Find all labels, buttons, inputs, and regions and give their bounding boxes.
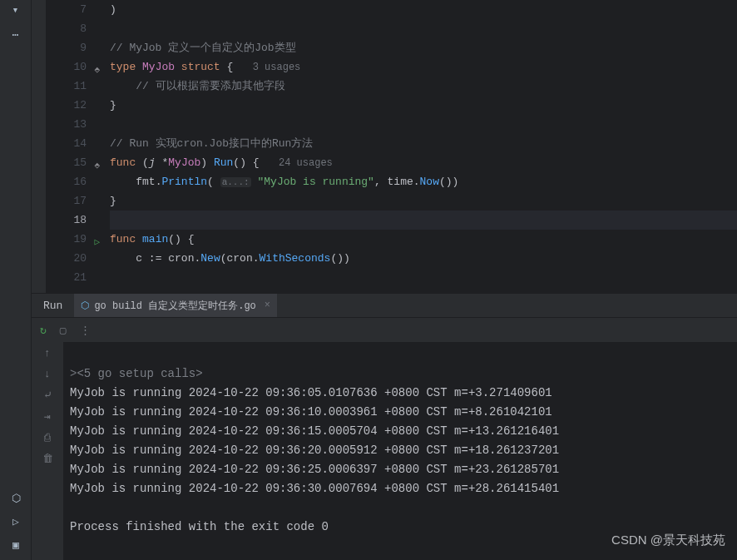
- more-icon[interactable]: ⋮: [80, 324, 91, 337]
- console-line: MyJob is running 2024-10-22 09:36:20.000…: [70, 444, 559, 457]
- run-content: ↑ ↓ ⤶ ⇥ ⎙ 🗑 ><5 go setup calls> MyJob is…: [32, 342, 737, 560]
- console-line: MyJob is running 2024-10-22 09:36:15.000…: [70, 424, 559, 438]
- left-bottom-toolbar: ⬡ ▷ ▣: [0, 492, 32, 560]
- code-comment: // MyJob 定义一个自定义的Job类型: [110, 42, 296, 54]
- console-line: MyJob is running 2024-10-22 09:36:30.000…: [70, 482, 559, 495]
- console-output[interactable]: ><5 go setup calls> MyJob is running 202…: [63, 342, 737, 560]
- setup-calls[interactable]: <5 go setup calls>: [77, 367, 202, 380]
- tool-window-bar: ▾ ⋯: [0, 0, 32, 560]
- console-line: MyJob is running 2024-10-22 09:36:25.000…: [70, 463, 559, 476]
- main-area: 7 8 9 10⬘ 11 12 13 14 15⬘ 16 17 18 19▷ 2…: [32, 0, 737, 560]
- collapse-icon[interactable]: ▾: [12, 3, 19, 17]
- usages-hint[interactable]: 3 usages: [253, 62, 301, 73]
- console-side-toolbar: ↑ ↓ ⤶ ⇥ ⎙ 🗑: [32, 342, 63, 560]
- down-icon[interactable]: ↓: [44, 368, 51, 380]
- rerun-icon[interactable]: ↻: [40, 324, 47, 337]
- usages-hint[interactable]: 24 usages: [279, 157, 333, 169]
- run-tool-window: Run ⬡ go build 自定义类型定时任务.go × ↻ ▢ ⋮ ↑ ↓ …: [32, 293, 737, 560]
- current-line[interactable]: [110, 211, 737, 230]
- project-panel-edge[interactable]: [32, 0, 47, 293]
- implements-icon[interactable]: ⬘: [94, 61, 100, 80]
- implements-icon[interactable]: ⬘: [94, 156, 100, 176]
- go-file-icon: ⬡: [81, 300, 89, 312]
- wrap-icon[interactable]: ⤶: [43, 389, 52, 402]
- run-config-label: go build 自定义类型定时任务.go: [94, 299, 255, 313]
- run-tabs-bar: Run ⬡ go build 自定义类型定时任务.go ×: [32, 294, 737, 317]
- services-icon[interactable]: ⬡: [12, 492, 21, 505]
- editor-area: 7 8 9 10⬘ 11 12 13 14 15⬘ 16 17 18 19▷ 2…: [32, 0, 737, 293]
- param-hint: a...:: [220, 177, 251, 187]
- dots-icon[interactable]: ⋯: [12, 28, 19, 42]
- console-line: MyJob is running 2024-10-22 09:36:10.000…: [70, 405, 552, 419]
- exit-message: Process finished with the exit code 0: [70, 520, 329, 533]
- line-gutter: 7 8 9 10⬘ 11 12 13 14 15⬘ 16 17 18 19▷ 2…: [47, 0, 95, 293]
- print-icon[interactable]: ⎙: [44, 432, 51, 444]
- run-toolbar: ↻ ▢ ⋮: [32, 317, 737, 342]
- trash-icon[interactable]: 🗑: [42, 453, 53, 465]
- run-tab[interactable]: Run: [32, 294, 74, 317]
- close-icon[interactable]: ×: [265, 300, 270, 311]
- run-config-tab[interactable]: ⬡ go build 自定义类型定时任务.go ×: [74, 294, 277, 317]
- code-content[interactable]: ) // MyJob 定义一个自定义的Job类型 type MyJob stru…: [95, 0, 737, 293]
- terminal-icon[interactable]: ▣: [12, 538, 19, 552]
- scroll-icon[interactable]: ⇥: [44, 410, 51, 424]
- console-line: MyJob is running 2024-10-22 09:36:05.010…: [70, 386, 552, 399]
- code-text: ): [110, 3, 116, 16]
- up-icon[interactable]: ↑: [44, 347, 51, 359]
- watermark: CSDN @景天科技苑: [611, 533, 725, 548]
- run-gutter-icon[interactable]: ▷: [94, 233, 100, 252]
- run-icon[interactable]: ▷: [12, 515, 19, 528]
- code-editor[interactable]: 7 8 9 10⬘ 11 12 13 14 15⬘ 16 17 18 19▷ 2…: [47, 0, 737, 293]
- stop-icon[interactable]: ▢: [60, 324, 67, 337]
